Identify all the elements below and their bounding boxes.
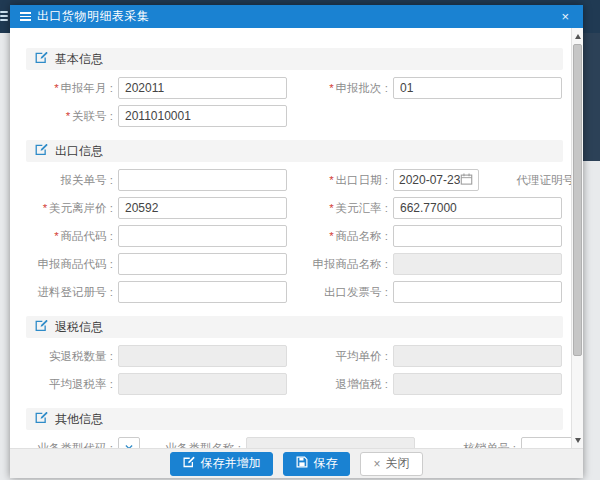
- commodity-code-label: *商品代码 :: [26, 229, 118, 244]
- field-export-date: *出口日期 :2020-07-23: [301, 168, 487, 192]
- usd-exchange-rate-label: *美元汇率 :: [301, 201, 393, 216]
- scrollbar-up-arrow[interactable]: [572, 29, 583, 43]
- business-type-name-input: [246, 437, 415, 448]
- field-label-text: 申报批次: [336, 82, 382, 94]
- button-label: 关闭: [386, 455, 410, 472]
- section-header-tax-refund-info: 退税信息: [26, 316, 563, 338]
- import-register-number-input[interactable]: [118, 281, 287, 303]
- field-label-text: 代理证明号: [517, 174, 572, 186]
- close-button[interactable]: ×关闭: [360, 452, 422, 476]
- scrollbar-thumb[interactable]: [573, 44, 582, 356]
- save-and-add-button[interactable]: 保存并增加: [170, 452, 273, 476]
- export-date-input[interactable]: 2020-07-23: [393, 169, 479, 191]
- save-icon: [296, 456, 308, 471]
- field-label-text: 实退税数量: [49, 350, 107, 362]
- field-label-text: 商品名称: [336, 230, 382, 242]
- field-usd-fob-price: *美元离岸价 :: [26, 196, 295, 220]
- modal-footer: 保存并增加保存×关闭: [10, 448, 583, 478]
- commodity-code-input[interactable]: [118, 225, 287, 247]
- modal-scrollbar[interactable]: [571, 28, 583, 448]
- commodity-name-input[interactable]: [393, 225, 562, 247]
- form-row: 进料登记册号 :出口发票号 :: [26, 280, 563, 304]
- section-title: 退税信息: [55, 319, 103, 336]
- button-label: 保存并增加: [200, 455, 260, 472]
- customs-declaration-number-label: 报关单号 :: [26, 173, 118, 188]
- field-verification-number: 核销单号 :: [429, 436, 571, 448]
- field-label-text: 申报商品名称: [313, 258, 382, 270]
- export-invoice-number-label: 出口发票号 :: [301, 285, 393, 300]
- field-label-text: 平均退税率: [49, 378, 107, 390]
- field-label-text: 出口发票号: [324, 286, 382, 298]
- field-declared-commodity-code: 申报商品代码 :: [26, 252, 295, 276]
- field-label-text: 关联号: [72, 110, 107, 122]
- section-basic-info: 基本信息*申报年月 :*申报批次 :*申报序号 :*关联号 :: [26, 48, 563, 128]
- edit-icon: [35, 411, 48, 427]
- field-business-type-name: 业务类型名称 :: [154, 436, 423, 448]
- field-declared-commodity-name: 申报商品名称 :: [301, 252, 570, 276]
- edit-icon: [183, 456, 195, 471]
- section-title: 基本信息: [55, 51, 103, 68]
- required-asterisk: *: [54, 82, 58, 94]
- field-average-unit-price: 平均单价 :: [301, 344, 570, 368]
- section-header-basic-info: 基本信息: [26, 48, 563, 70]
- verification-number-label: 核销单号 :: [429, 441, 521, 449]
- usd-exchange-rate-input[interactable]: [393, 197, 562, 219]
- field-declare-year-month: *申报年月 :: [26, 76, 295, 100]
- actual-refund-quantity-input: [118, 345, 287, 367]
- declare-batch-input[interactable]: [393, 77, 562, 99]
- form-row: 申报商品代码 :申报商品名称 :*出口数量 :: [26, 252, 563, 276]
- vat-refund-input: [393, 373, 562, 395]
- edit-icon: [35, 319, 48, 335]
- declared-commodity-name-label: 申报商品名称 :: [301, 257, 393, 272]
- required-asterisk: *: [329, 82, 333, 94]
- modal-titlebar: 出口货物明细表采集 ×: [10, 5, 583, 28]
- form-row: 平均退税率 :退增值税 :退消费税 :: [26, 372, 563, 396]
- save-button[interactable]: 保存: [283, 452, 350, 476]
- background-menu-icon: [0, 9, 8, 23]
- calendar-icon[interactable]: [460, 173, 473, 188]
- business-type-name-label: 业务类型名称 :: [154, 441, 246, 449]
- declared-commodity-code-input[interactable]: [118, 253, 287, 275]
- field-label-text: 美元离岸价: [49, 202, 107, 214]
- form-row: 报关单号 :*出口日期 :2020-07-23代理证明号 :: [26, 168, 563, 192]
- chevron-down-icon: [124, 441, 134, 448]
- usd-fob-price-input[interactable]: [118, 197, 287, 219]
- required-asterisk: *: [43, 202, 47, 214]
- field-actual-refund-quantity: 实退税数量 :: [26, 344, 295, 368]
- association-number-input[interactable]: [118, 105, 287, 127]
- section-header-export-info: 出口信息: [26, 140, 563, 162]
- field-business-type-code: 业务类型代码 :: [26, 436, 148, 448]
- declare-year-month-input[interactable]: [118, 77, 287, 99]
- section-header-other-info: 其他信息: [26, 408, 563, 430]
- form-row: *关联号 :: [26, 104, 563, 128]
- customs-declaration-number-input[interactable]: [118, 169, 287, 191]
- field-association-number: *关联号 :: [26, 104, 295, 128]
- date-value: 2020-07-23: [399, 173, 460, 187]
- export-invoice-number-input[interactable]: [393, 281, 562, 303]
- business-type-code-select[interactable]: [118, 437, 140, 448]
- required-asterisk: *: [329, 202, 333, 214]
- field-export-invoice-number: 出口发票号 :: [301, 280, 570, 304]
- modal-body: 基本信息*申报年月 :*申报批次 :*申报序号 :*关联号 :出口信息报关单号 …: [10, 28, 571, 448]
- button-label: 保存: [313, 455, 337, 472]
- field-label-text: 商品代码: [61, 230, 107, 242]
- section-title: 出口信息: [55, 143, 103, 160]
- field-label-text: 美元汇率: [336, 202, 382, 214]
- field-average-refund-rate: 平均退税率 :: [26, 372, 295, 396]
- field-import-register-number: 进料登记册号 :: [26, 280, 295, 304]
- field-empty: [301, 104, 429, 128]
- business-type-code-label: 业务类型代码 :: [26, 441, 118, 449]
- field-vat-refund: 退增值税 :: [301, 372, 570, 396]
- field-label-text: 平均单价: [336, 350, 382, 362]
- average-refund-rate-label: 平均退税率 :: [26, 377, 118, 392]
- verification-number-input[interactable]: [521, 437, 571, 448]
- association-number-label: *关联号 :: [26, 109, 118, 124]
- commodity-name-label: *商品名称 :: [301, 229, 393, 244]
- edit-icon: [35, 51, 48, 67]
- close-icon[interactable]: ×: [557, 8, 573, 25]
- import-register-number-label: 进料登记册号 :: [26, 285, 118, 300]
- field-agent-certificate-number: 代理证明号 :: [493, 168, 571, 192]
- modal-title: 出口货物明细表采集: [37, 8, 150, 25]
- scrollbar-down-arrow[interactable]: [572, 433, 583, 447]
- average-refund-rate-input: [118, 373, 287, 395]
